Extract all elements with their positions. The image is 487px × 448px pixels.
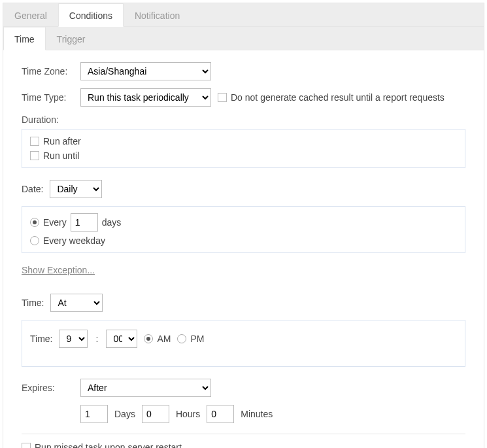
expires-days-input[interactable] (80, 405, 108, 423)
show-exception-link[interactable]: Show Exception... (22, 265, 95, 275)
pm-label: PM (190, 334, 204, 344)
every-pre-label: Every (43, 217, 67, 228)
hour-select[interactable]: 9 (59, 330, 88, 348)
checkbox-icon (30, 137, 39, 146)
tab-conditions[interactable]: Conditions (58, 3, 124, 27)
expires-select[interactable]: After (80, 379, 211, 397)
run-missed-label: Run missed task upon server restart (35, 442, 182, 448)
date-freq-select[interactable]: Daily (50, 180, 102, 198)
run-missed-checkbox[interactable]: Run missed task upon server restart (22, 442, 182, 448)
every-weekday-label: Every weekday (43, 235, 105, 246)
expires-minutes-input[interactable] (207, 405, 234, 423)
every-post-label: days (102, 217, 122, 228)
timezone-select[interactable]: Asia/Shanghai (80, 62, 211, 80)
days-label: Days (114, 409, 135, 419)
run-until-label: Run until (43, 150, 79, 161)
schedule-config-window: General Conditions Notification Time Tri… (3, 3, 484, 448)
run-after-checkbox[interactable]: Run after (30, 136, 457, 146)
radio-off-icon (30, 236, 39, 245)
no-cache-checkbox[interactable]: Do not generate cached result until a re… (218, 92, 445, 103)
checkbox-icon (30, 151, 39, 160)
outer-tabs: General Conditions Notification (3, 3, 484, 27)
radio-on-icon (30, 218, 39, 227)
minutes-label: Minutes (241, 409, 273, 419)
timetype-label: Time Type: (22, 92, 74, 103)
time-row-label: Time: (30, 334, 52, 344)
checkbox-icon (22, 443, 31, 448)
date-group: Every days Every weekday (22, 206, 465, 253)
expires-label: Expires: (22, 383, 74, 393)
checkbox-icon (218, 93, 227, 102)
duration-label: Duration: (22, 114, 465, 125)
inner-tabs: Time Trigger (3, 27, 484, 50)
am-label: AM (157, 334, 171, 344)
every-weekday-radio[interactable]: Every weekday (30, 235, 457, 246)
divider (22, 434, 465, 434)
time-section-label: Time: (22, 298, 44, 308)
no-cache-label: Do not generate cached result until a re… (231, 92, 445, 103)
content-pane: Time Zone: Asia/Shanghai Time Type: Run … (3, 50, 484, 448)
timetype-select[interactable]: Run this task periodically (80, 88, 211, 107)
am-radio[interactable]: AM (144, 334, 171, 344)
time-mode-select[interactable]: At (50, 294, 103, 312)
tab-time[interactable]: Time (3, 27, 46, 50)
minute-select[interactable]: 00 (106, 330, 137, 348)
radio-off-icon (177, 334, 186, 343)
duration-group: Run after Run until (22, 129, 465, 168)
tab-notification[interactable]: Notification (124, 3, 191, 27)
radio-on-icon (144, 334, 153, 343)
time-colon: : (95, 334, 98, 344)
date-label: Date: (22, 184, 43, 194)
time-group: Time: 9 : 00 AM PM (22, 320, 465, 367)
tab-trigger[interactable]: Trigger (46, 27, 97, 50)
run-after-label: Run after (43, 136, 81, 146)
every-n-days-radio[interactable]: Every days (30, 213, 457, 232)
tab-general[interactable]: General (3, 3, 58, 27)
timezone-label: Time Zone: (22, 66, 74, 77)
pm-radio[interactable]: PM (177, 334, 204, 344)
run-until-checkbox[interactable]: Run until (30, 150, 457, 161)
every-n-days-input[interactable] (71, 213, 98, 232)
expires-hours-input[interactable] (142, 405, 169, 423)
hours-label: Hours (176, 409, 200, 419)
